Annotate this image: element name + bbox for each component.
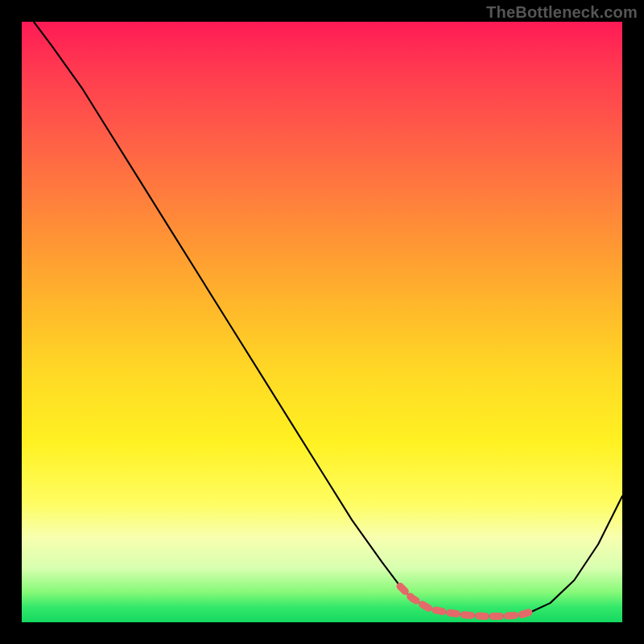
bottleneck-curve xyxy=(34,22,622,617)
chart-frame: TheBottleneck.com xyxy=(0,0,644,644)
watermark-text: TheBottleneck.com xyxy=(486,3,638,22)
plot-area xyxy=(22,22,622,622)
curve-svg xyxy=(22,22,622,622)
highlight-band xyxy=(400,586,532,616)
